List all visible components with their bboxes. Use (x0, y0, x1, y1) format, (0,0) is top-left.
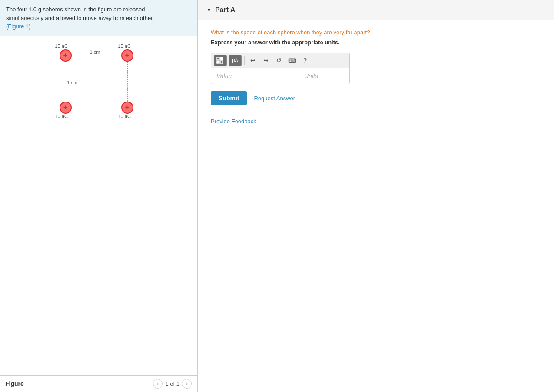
format-button-2[interactable]: μÅ (229, 55, 242, 66)
format-icon-1 (216, 57, 224, 64)
request-answer-link[interactable]: Request Answer (254, 95, 295, 102)
prev-page-button[interactable]: ‹ (153, 379, 163, 389)
sphere-diagram: + 10 nC + 10 nC + 10 nC + 10 nC (55, 45, 142, 123)
dim-label-horizontal: 1 cm (90, 49, 100, 55)
next-page-button[interactable]: › (182, 379, 192, 389)
dim-label-vertical: 1 cm (67, 80, 78, 85)
problem-description: The four 1.0 g spheres shown in the figu… (0, 0, 197, 36)
label-top-left: 10 nC (55, 43, 68, 49)
keyboard-button[interactable]: ⌨ (286, 55, 298, 66)
format-label-2: μÅ (232, 58, 238, 63)
dashed-line-right-v (127, 62, 128, 102)
sphere-top-right: + (121, 49, 133, 62)
problem-text-line2: simultaneously and allowed to move away … (6, 15, 154, 21)
redo-icon: ↪ (263, 57, 269, 64)
submit-button[interactable]: Submit (211, 91, 247, 105)
help-button[interactable]: ? (299, 55, 311, 66)
figure-header: Figure ‹ 1 of 1 › (0, 375, 197, 392)
figure-title: Figure (5, 380, 24, 387)
part-collapse-icon[interactable]: ▼ (206, 7, 212, 13)
dashed-line-left-v (66, 62, 66, 102)
reset-button[interactable]: ↺ (273, 55, 285, 66)
page-info: 1 of 1 (165, 381, 179, 387)
redo-button[interactable]: ↪ (260, 55, 272, 66)
answer-toolbar: μÅ ↩ ↪ ↺ ⌨ ? (211, 53, 349, 68)
figure-canvas: + 10 nC + 10 nC + 10 nC + 10 nC (0, 36, 197, 132)
figure-link[interactable]: (Figure 1) (6, 23, 30, 30)
dashed-line-bottom-h (72, 108, 122, 108)
part-content: What is the speed of each sphere when th… (198, 20, 554, 133)
figure-section: + 10 nC + 10 nC + 10 nC + 10 nC (0, 36, 197, 392)
action-row: Submit Request Answer (211, 91, 541, 105)
value-input[interactable] (211, 68, 299, 84)
keyboard-icon: ⌨ (288, 57, 296, 64)
sphere-bottom-right: + (121, 102, 133, 114)
label-bottom-right: 10 nC (118, 114, 131, 119)
part-title: Part A (215, 6, 236, 14)
answer-inputs (211, 68, 349, 84)
answer-box: μÅ ↩ ↪ ↺ ⌨ ? (211, 53, 350, 84)
units-input[interactable] (299, 68, 350, 84)
feedback-link[interactable]: Provide Feedback (211, 118, 256, 125)
undo-icon: ↩ (250, 57, 255, 64)
help-icon: ? (303, 57, 307, 64)
sphere-top-left: + (60, 49, 72, 62)
sphere-bottom-left: + (60, 102, 72, 114)
svg-rect-2 (217, 61, 219, 63)
dashed-line-top-h (72, 56, 122, 56)
question-text: What is the speed of each sphere when th… (211, 29, 541, 36)
format-button-1[interactable] (214, 55, 227, 66)
label-bottom-left: 10 nC (55, 114, 68, 119)
svg-rect-0 (217, 57, 219, 60)
label-top-right: 10 nC (118, 43, 131, 49)
toolbar-separator (244, 56, 245, 65)
reset-icon: ↺ (276, 57, 282, 64)
left-panel: The four 1.0 g spheres shown in the figu… (0, 0, 198, 392)
problem-text-line1: The four 1.0 g spheres shown in the figu… (6, 6, 145, 13)
figure-pagination: ‹ 1 of 1 › (153, 379, 192, 389)
svg-rect-3 (220, 61, 223, 63)
part-header: ▼ Part A (198, 0, 554, 20)
right-panel: ▼ Part A What is the speed of each spher… (198, 0, 554, 392)
instruction-text: Express your answer with the appropriate… (211, 39, 541, 46)
svg-rect-1 (220, 57, 223, 60)
undo-button[interactable]: ↩ (247, 55, 259, 66)
